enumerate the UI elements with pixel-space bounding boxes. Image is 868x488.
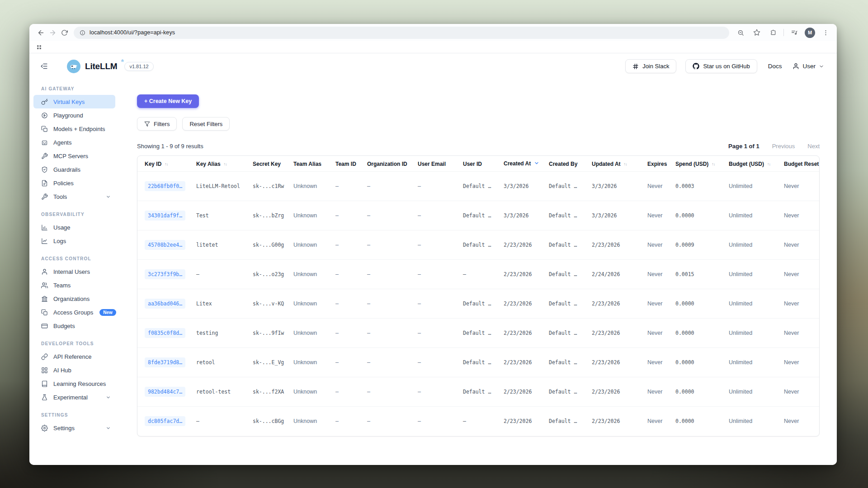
sidebar-item-budgets[interactable]: Budgets xyxy=(33,319,115,333)
bookmark-star-icon[interactable] xyxy=(751,27,763,38)
sidebar-item-virtual-keys[interactable]: Virtual Keys xyxy=(33,95,115,108)
sidebar-item-internal-users[interactable]: Internal Users xyxy=(33,265,115,278)
column-label: Updated At xyxy=(592,161,621,167)
column-header-key-alias[interactable]: Key Alias↑↓ xyxy=(189,156,245,172)
sidebar-item-learning-resources[interactable]: Learning Resources xyxy=(33,377,115,390)
cell-updated-at: 2/23/2026 xyxy=(585,407,640,436)
sidebar-item-organizations[interactable]: Organizations xyxy=(33,292,115,305)
key-id-link[interactable]: dc805fac7d… xyxy=(145,416,185,426)
sidebar-item-models-endpoints[interactable]: Models + Endpoints xyxy=(33,122,115,136)
zoom-icon[interactable] xyxy=(735,27,746,38)
line-chart-icon xyxy=(41,238,48,244)
filters-button[interactable]: Filters xyxy=(137,117,177,131)
cell-budget-usd: Unlimited xyxy=(722,230,777,260)
grid-icon xyxy=(41,367,48,374)
site-info-icon[interactable] xyxy=(80,30,85,36)
back-icon[interactable] xyxy=(35,27,47,38)
book-icon xyxy=(41,380,48,387)
cell-spend-usd: 0.0009 xyxy=(668,230,722,260)
media-queue-icon[interactable] xyxy=(788,27,800,38)
new-badge: New xyxy=(99,309,116,316)
join-slack-button[interactable]: Join Slack xyxy=(625,59,676,73)
sidebar-item-label: Virtual Keys xyxy=(53,99,85,105)
apps-grid-icon[interactable] xyxy=(36,44,42,50)
sidebar-item-mcp-servers[interactable]: MCP Servers xyxy=(33,149,115,163)
column-label: Team ID xyxy=(335,161,356,167)
cell-expires: Never xyxy=(640,230,668,260)
sidebar-item-usage[interactable]: Usage xyxy=(33,221,115,234)
sidebar-item-guardrails[interactable]: Guardrails xyxy=(33,163,115,176)
column-header-key-id[interactable]: Key ID↑↓ xyxy=(137,156,189,172)
key-id-link[interactable]: f0835c0f8d… xyxy=(145,328,185,338)
key-id-link[interactable]: 982bd484c7… xyxy=(145,387,185,397)
sidebar-item-tools[interactable]: Tools xyxy=(33,190,115,203)
cell-user-id: Default … xyxy=(456,201,496,230)
cell-organization-id: – xyxy=(360,260,410,289)
cell-created-at: 2/23/2026 xyxy=(496,260,542,289)
create-new-key-button[interactable]: + Create New Key xyxy=(137,94,199,108)
forward-icon[interactable] xyxy=(47,27,58,38)
sidebar-item-api-reference[interactable]: API Reference xyxy=(33,350,115,363)
browser-menu-icon[interactable] xyxy=(820,27,831,38)
sort-icon: ↑↓ xyxy=(712,162,715,166)
star-github-button[interactable]: Star us on GitHub xyxy=(685,59,757,73)
cell-created-by: Default … xyxy=(542,289,585,319)
sidebar-item-label: Teams xyxy=(53,282,71,289)
address-bar[interactable]: localhost:4000/ui/?page=api-keys xyxy=(74,27,729,39)
sidebar-item-label: Access Groups xyxy=(53,309,93,316)
sidebar-section-label-access-control: ACCESS CONTROL xyxy=(41,256,118,261)
column-header-secret-key: Secret Key xyxy=(245,156,286,172)
sidebar-item-label: Logs xyxy=(53,238,66,244)
browser-actions: M xyxy=(735,27,831,38)
reload-icon[interactable] xyxy=(58,27,70,38)
cell-team-id: – xyxy=(328,201,360,230)
cell-key-alias: Litex xyxy=(189,289,245,319)
cell-budget-reset: Never xyxy=(777,348,820,377)
key-id-link[interactable]: aa36bad046… xyxy=(145,299,185,309)
cell-budget-reset: Never xyxy=(777,377,820,407)
cell-user-email: – xyxy=(410,407,456,436)
cell-secret-key: sk-...o23g xyxy=(245,260,286,289)
sidebar-item-playground[interactable]: Playground xyxy=(33,108,115,122)
column-header-created-at[interactable]: Created At xyxy=(496,156,542,172)
brand-logo[interactable]: LiteLLM xyxy=(67,60,117,73)
key-id-link[interactable]: 22b68fb0f0… xyxy=(145,181,185,191)
sidebar-item-label: MCP Servers xyxy=(53,153,88,160)
sidebar-item-logs[interactable]: Logs xyxy=(33,234,115,248)
key-id-link[interactable]: 3c273f3f9b… xyxy=(145,269,185,279)
column-header-updated-at[interactable]: Updated At↑↓ xyxy=(585,156,640,172)
profile-avatar[interactable]: M xyxy=(805,28,815,38)
app-body: AI GATEWAYVirtual KeysPlaygroundModels +… xyxy=(29,79,837,465)
cell-user-email: – xyxy=(410,201,456,230)
sidebar-item-experimental[interactable]: Experimental xyxy=(33,390,115,404)
column-header-budget-usd[interactable]: Budget (USD)↑↓ xyxy=(722,156,777,172)
keys-table: Key ID↑↓Key Alias↑↓Secret KeyTeam AliasT… xyxy=(137,156,820,436)
sidebar-item-teams[interactable]: Teams xyxy=(33,278,115,292)
keys-table-card: Key ID↑↓Key Alias↑↓Secret KeyTeam AliasT… xyxy=(137,155,820,436)
previous-page-button[interactable]: Previous xyxy=(772,143,795,150)
cell-organization-id: – xyxy=(360,348,410,377)
cell-key-id: 3c273f3f9b… xyxy=(137,260,189,289)
sidebar-item-policies[interactable]: Policies xyxy=(33,176,115,190)
key-id-link[interactable]: 34301daf9f… xyxy=(145,211,185,221)
cell-spend-usd: 0.0000 xyxy=(668,201,722,230)
extensions-icon[interactable] xyxy=(767,27,779,38)
copy-icon xyxy=(41,309,48,316)
docs-link[interactable]: Docs xyxy=(768,63,782,70)
key-id-link[interactable]: 45708b2ee4… xyxy=(145,240,185,250)
sidebar-item-access-groups[interactable]: Access GroupsNew xyxy=(33,305,115,319)
cell-budget-usd: Unlimited xyxy=(722,407,777,436)
next-page-button[interactable]: Next xyxy=(807,143,820,150)
sidebar-item-agents[interactable]: Agents xyxy=(33,136,115,149)
cell-user-email: – xyxy=(410,230,456,260)
sidebar-item-settings[interactable]: Settings xyxy=(33,421,115,435)
shield-icon xyxy=(41,166,48,173)
user-menu[interactable]: User xyxy=(793,63,824,70)
collapse-sidebar-icon[interactable] xyxy=(40,62,48,70)
cell-created-at: 2/23/2026 xyxy=(496,377,542,407)
key-id-link[interactable]: 8fde3719d8… xyxy=(145,357,185,367)
sidebar-item-ai-hub[interactable]: AI Hub xyxy=(33,363,115,377)
column-header-spend-usd[interactable]: Spend (USD)↑↓ xyxy=(668,156,722,172)
reset-filters-button[interactable]: Reset Filters xyxy=(182,117,230,131)
column-label: Created By xyxy=(549,161,577,167)
